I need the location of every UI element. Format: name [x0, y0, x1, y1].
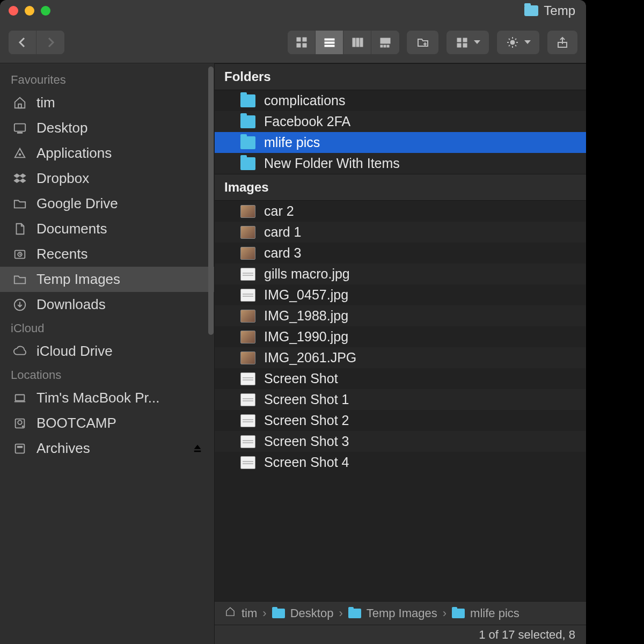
file-row[interactable]: Screen Shot 2 [215, 410, 586, 431]
file-row[interactable]: IMG_0457.jpg [215, 284, 586, 305]
image-thumbnail-icon [240, 247, 255, 260]
sidebar-item-tim-s-macbook-pr-[interactable]: Tim's MacBook Pr... [0, 385, 214, 411]
sidebar-item-google-drive[interactable]: Google Drive [0, 191, 214, 216]
folder-icon [240, 94, 255, 107]
titlebar: Temp [0, 0, 586, 21]
file-list: FolderscomplicationsFacebook 2FAmlife pi… [215, 63, 586, 644]
group-by-button[interactable] [447, 31, 489, 54]
file-name: IMG_2061.JPG [264, 350, 356, 365]
folder-icon [240, 115, 255, 128]
svg-rect-8 [356, 38, 359, 47]
image-thumbnail-icon [240, 352, 255, 364]
forward-button[interactable] [36, 31, 64, 54]
file-name: Screen Shot 2 [264, 413, 349, 428]
downloads-icon [12, 298, 28, 312]
path-segment[interactable]: tim [241, 606, 257, 620]
new-folder-button[interactable] [407, 31, 439, 54]
laptop-icon [12, 391, 28, 405]
svg-rect-17 [463, 43, 467, 47]
image-thumbnail-icon [240, 289, 255, 302]
zoom-button[interactable] [41, 6, 50, 16]
svg-rect-0 [297, 38, 301, 41]
svg-rect-11 [380, 45, 383, 47]
sidebar-item-label: Tim's MacBook Pr... [36, 390, 159, 406]
sidebar: FavouritestimDesktopApplicationsDropboxG… [0, 63, 215, 644]
minimize-button[interactable] [25, 6, 34, 16]
window-controls [9, 6, 50, 16]
image-thumbnail-icon [240, 205, 255, 218]
gallery-view-button[interactable] [371, 31, 399, 54]
back-button[interactable] [9, 31, 36, 54]
file-name: card 3 [264, 245, 301, 261]
sidebar-item-label: tim [36, 94, 55, 111]
folder-icon [348, 609, 361, 618]
nav-buttons [9, 31, 64, 54]
svg-point-29 [18, 420, 21, 424]
sidebar-item-archives[interactable]: Archives [0, 436, 214, 461]
file-row[interactable]: Facebook 2FA [215, 111, 586, 132]
sidebar-item-tim[interactable]: tim [0, 90, 214, 115]
sidebar-item-label: Dropbox [36, 170, 89, 187]
sidebar-item-label: iCloud Drive [36, 343, 113, 360]
action-menu-button[interactable] [497, 31, 540, 54]
file-row[interactable]: card 1 [215, 222, 586, 243]
file-row[interactable]: mlife pics [215, 132, 586, 153]
sidebar-section-header: Favourites [0, 69, 214, 90]
sidebar-item-desktop[interactable]: Desktop [0, 115, 214, 141]
file-row[interactable]: Screen Shot 3 [215, 431, 586, 452]
file-row[interactable]: IMG_2061.JPG [215, 347, 586, 368]
svg-rect-10 [380, 38, 390, 43]
svg-point-18 [510, 40, 515, 45]
sidebar-item-bootcamp[interactable]: BOOTCAMP [0, 411, 214, 436]
document-icon [12, 222, 28, 236]
sidebar-scrollbar[interactable] [208, 67, 214, 335]
file-row[interactable]: car 2 [215, 201, 586, 222]
file-row[interactable]: Screen Shot [215, 368, 586, 389]
finder-window: Temp [0, 0, 586, 644]
image-thumbnail-icon [240, 414, 255, 427]
folder-icon [12, 273, 28, 287]
share-button[interactable] [547, 31, 577, 54]
file-name: complications [264, 93, 345, 108]
eject-icon[interactable] [193, 440, 202, 457]
close-button[interactable] [9, 6, 18, 16]
file-row[interactable]: card 3 [215, 243, 586, 264]
path-segment[interactable]: mlife pics [470, 606, 519, 620]
path-segment[interactable]: Temp Images [367, 606, 437, 620]
column-view-button[interactable] [343, 31, 371, 54]
file-row[interactable]: New Folder With Items [215, 153, 586, 174]
file-row[interactable]: gills macro.jpg [215, 264, 586, 284]
sidebar-item-recents[interactable]: Recents [0, 241, 214, 267]
recents-icon [12, 247, 28, 261]
file-row[interactable]: complications [215, 90, 586, 111]
file-name: IMG_0457.jpg [264, 287, 348, 303]
svg-rect-2 [297, 43, 301, 47]
icon-view-button[interactable] [288, 31, 316, 54]
path-segment[interactable]: Desktop [290, 606, 334, 620]
sidebar-item-applications[interactable]: Applications [0, 141, 214, 166]
image-thumbnail-icon [240, 226, 255, 239]
sidebar-item-icloud-drive[interactable]: iCloud Drive [0, 339, 214, 364]
svg-rect-12 [384, 45, 386, 47]
sidebar-item-dropbox[interactable]: Dropbox [0, 166, 214, 191]
sidebar-item-label: Downloads [36, 296, 106, 313]
file-row[interactable]: IMG_1990.jpg [215, 326, 586, 347]
sidebar-item-downloads[interactable]: Downloads [0, 292, 214, 317]
sidebar-section-header: iCloud [0, 317, 214, 339]
sidebar-item-temp-images[interactable]: Temp Images [0, 267, 214, 292]
group-header: Folders [215, 63, 586, 90]
file-row[interactable]: Screen Shot 4 [215, 452, 586, 473]
svg-rect-6 [325, 45, 334, 47]
window-body: FavouritestimDesktopApplicationsDropboxG… [0, 63, 586, 644]
svg-rect-15 [463, 38, 467, 42]
file-row[interactable]: IMG_1988.jpg [215, 305, 586, 326]
sidebar-item-label: Google Drive [36, 195, 118, 212]
group-header: Images [215, 174, 586, 201]
file-row[interactable]: Screen Shot 1 [215, 389, 586, 410]
list-view-button[interactable] [316, 31, 343, 54]
svg-rect-7 [353, 38, 355, 47]
sidebar-item-label: Temp Images [36, 271, 120, 288]
home-icon [224, 606, 236, 620]
sidebar-item-documents[interactable]: Documents [0, 216, 214, 241]
image-thumbnail-icon [240, 456, 255, 469]
